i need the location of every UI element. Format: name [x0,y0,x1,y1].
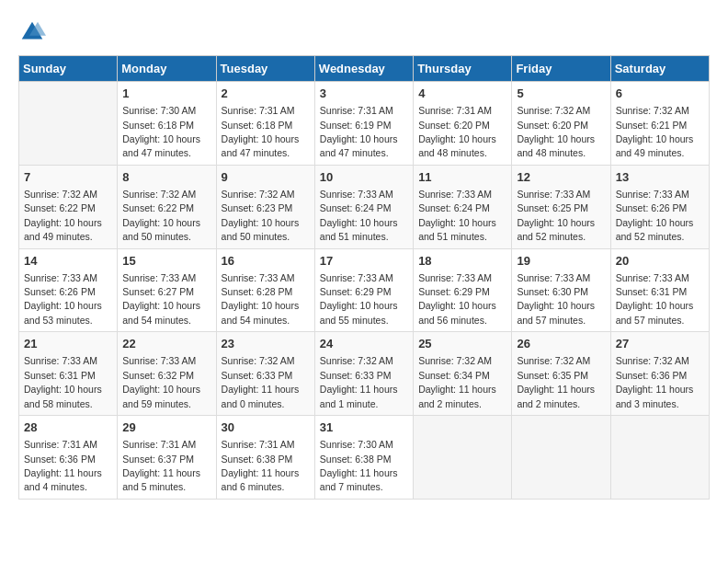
day-number: 5 [517,86,605,102]
col-header-thursday: Thursday [414,56,512,82]
col-header-sunday: Sunday [19,56,118,82]
day-cell: 17Sunrise: 7:33 AM Sunset: 6:29 PM Dayli… [314,248,413,332]
day-cell: 10Sunrise: 7:33 AM Sunset: 6:24 PM Dayli… [314,165,413,248]
day-cell [512,416,610,500]
day-number: 16 [222,253,310,270]
day-cell: 21Sunrise: 7:33 AM Sunset: 6:31 PM Dayli… [19,332,118,416]
col-header-monday: Monday [118,56,216,82]
day-number: 13 [616,169,704,186]
day-info: Sunrise: 7:32 AM Sunset: 6:22 PM Dayligh… [24,189,102,242]
day-info: Sunrise: 7:33 AM Sunset: 6:26 PM Dayligh… [616,189,694,242]
day-number: 30 [222,419,310,436]
day-cell: 14Sunrise: 7:33 AM Sunset: 6:26 PM Dayli… [19,248,118,332]
day-number: 19 [517,253,605,270]
page-header [18,18,710,46]
day-cell: 11Sunrise: 7:33 AM Sunset: 6:24 PM Dayli… [414,165,512,248]
day-info: Sunrise: 7:32 AM Sunset: 6:21 PM Dayligh… [616,105,694,158]
day-cell: 28Sunrise: 7:31 AM Sunset: 6:36 PM Dayli… [19,416,118,500]
day-cell [19,82,118,166]
day-cell: 7Sunrise: 7:32 AM Sunset: 6:22 PM Daylig… [19,165,118,248]
col-header-saturday: Saturday [610,56,709,82]
day-number: 21 [24,336,112,352]
day-cell: 1Sunrise: 7:30 AM Sunset: 6:18 PM Daylig… [118,82,216,166]
day-cell: 2Sunrise: 7:31 AM Sunset: 6:18 PM Daylig… [216,82,314,166]
day-number: 24 [320,336,408,352]
day-number: 20 [616,253,704,270]
day-cell: 24Sunrise: 7:32 AM Sunset: 6:33 PM Dayli… [314,332,413,416]
day-info: Sunrise: 7:32 AM Sunset: 6:36 PM Dayligh… [616,355,694,408]
logo-icon [18,18,46,46]
day-number: 22 [122,336,210,352]
day-number: 10 [320,169,408,186]
day-info: Sunrise: 7:31 AM Sunset: 6:19 PM Dayligh… [320,105,398,158]
day-info: Sunrise: 7:33 AM Sunset: 6:31 PM Dayligh… [24,355,102,408]
day-cell: 8Sunrise: 7:32 AM Sunset: 6:22 PM Daylig… [118,165,216,248]
day-info: Sunrise: 7:32 AM Sunset: 6:20 PM Dayligh… [517,105,595,158]
week-row-4: 21Sunrise: 7:33 AM Sunset: 6:31 PM Dayli… [19,332,710,416]
day-info: Sunrise: 7:30 AM Sunset: 6:38 PM Dayligh… [320,439,398,492]
day-number: 6 [616,86,704,102]
day-number: 9 [222,169,310,186]
day-info: Sunrise: 7:32 AM Sunset: 6:35 PM Dayligh… [517,355,595,408]
day-cell: 30Sunrise: 7:31 AM Sunset: 6:38 PM Dayli… [216,416,314,500]
day-info: Sunrise: 7:31 AM Sunset: 6:36 PM Dayligh… [24,439,102,492]
day-cell: 5Sunrise: 7:32 AM Sunset: 6:20 PM Daylig… [512,82,610,166]
day-number: 7 [24,169,112,186]
header-row: SundayMondayTuesdayWednesdayThursdayFrid… [19,56,710,82]
day-cell: 18Sunrise: 7:33 AM Sunset: 6:29 PM Dayli… [414,248,512,332]
day-info: Sunrise: 7:32 AM Sunset: 6:34 PM Dayligh… [418,355,496,408]
day-cell: 4Sunrise: 7:31 AM Sunset: 6:20 PM Daylig… [414,82,512,166]
day-cell: 23Sunrise: 7:32 AM Sunset: 6:33 PM Dayli… [216,332,314,416]
day-info: Sunrise: 7:33 AM Sunset: 6:29 PM Dayligh… [418,272,496,326]
day-cell [610,416,709,500]
day-info: Sunrise: 7:32 AM Sunset: 6:33 PM Dayligh… [320,355,398,408]
day-number: 11 [418,169,506,186]
day-number: 31 [320,419,408,436]
day-cell: 22Sunrise: 7:33 AM Sunset: 6:32 PM Dayli… [118,332,216,416]
day-number: 25 [418,336,506,352]
day-info: Sunrise: 7:33 AM Sunset: 6:32 PM Dayligh… [122,355,200,408]
day-number: 12 [517,169,605,186]
day-cell: 25Sunrise: 7:32 AM Sunset: 6:34 PM Dayli… [414,332,512,416]
day-info: Sunrise: 7:33 AM Sunset: 6:24 PM Dayligh… [418,189,496,242]
week-row-5: 28Sunrise: 7:31 AM Sunset: 6:36 PM Dayli… [19,416,710,500]
calendar-table: SundayMondayTuesdayWednesdayThursdayFrid… [18,55,710,500]
day-cell: 3Sunrise: 7:31 AM Sunset: 6:19 PM Daylig… [314,82,413,166]
day-number: 1 [122,86,210,102]
col-header-tuesday: Tuesday [216,56,314,82]
day-number: 3 [320,86,408,102]
day-number: 2 [222,86,310,102]
day-info: Sunrise: 7:32 AM Sunset: 6:22 PM Dayligh… [122,189,200,242]
day-info: Sunrise: 7:33 AM Sunset: 6:29 PM Dayligh… [320,272,398,326]
col-header-friday: Friday [512,56,610,82]
day-number: 23 [222,336,310,352]
logo [18,18,50,46]
day-number: 27 [616,336,704,352]
day-cell: 31Sunrise: 7:30 AM Sunset: 6:38 PM Dayli… [314,416,413,500]
day-cell: 13Sunrise: 7:33 AM Sunset: 6:26 PM Dayli… [610,165,709,248]
day-number: 29 [122,419,210,436]
day-number: 15 [122,253,210,270]
day-cell: 16Sunrise: 7:33 AM Sunset: 6:28 PM Dayli… [216,248,314,332]
day-number: 18 [418,253,506,270]
day-number: 17 [320,253,408,270]
day-number: 14 [24,253,112,270]
week-row-1: 1Sunrise: 7:30 AM Sunset: 6:18 PM Daylig… [19,82,710,166]
day-info: Sunrise: 7:33 AM Sunset: 6:31 PM Dayligh… [616,272,694,326]
day-cell: 6Sunrise: 7:32 AM Sunset: 6:21 PM Daylig… [610,82,709,166]
day-number: 28 [24,419,112,436]
day-number: 4 [418,86,506,102]
day-info: Sunrise: 7:31 AM Sunset: 6:20 PM Dayligh… [418,105,496,158]
day-number: 8 [122,169,210,186]
day-cell: 29Sunrise: 7:31 AM Sunset: 6:37 PM Dayli… [118,416,216,500]
week-row-2: 7Sunrise: 7:32 AM Sunset: 6:22 PM Daylig… [19,165,710,248]
day-cell: 12Sunrise: 7:33 AM Sunset: 6:25 PM Dayli… [512,165,610,248]
day-cell: 19Sunrise: 7:33 AM Sunset: 6:30 PM Dayli… [512,248,610,332]
day-info: Sunrise: 7:31 AM Sunset: 6:38 PM Dayligh… [222,439,300,492]
day-info: Sunrise: 7:31 AM Sunset: 6:18 PM Dayligh… [222,105,300,158]
day-number: 26 [517,336,605,352]
day-cell: 26Sunrise: 7:32 AM Sunset: 6:35 PM Dayli… [512,332,610,416]
day-info: Sunrise: 7:33 AM Sunset: 6:27 PM Dayligh… [122,272,200,326]
day-info: Sunrise: 7:33 AM Sunset: 6:26 PM Dayligh… [24,272,102,326]
day-cell: 20Sunrise: 7:33 AM Sunset: 6:31 PM Dayli… [610,248,709,332]
